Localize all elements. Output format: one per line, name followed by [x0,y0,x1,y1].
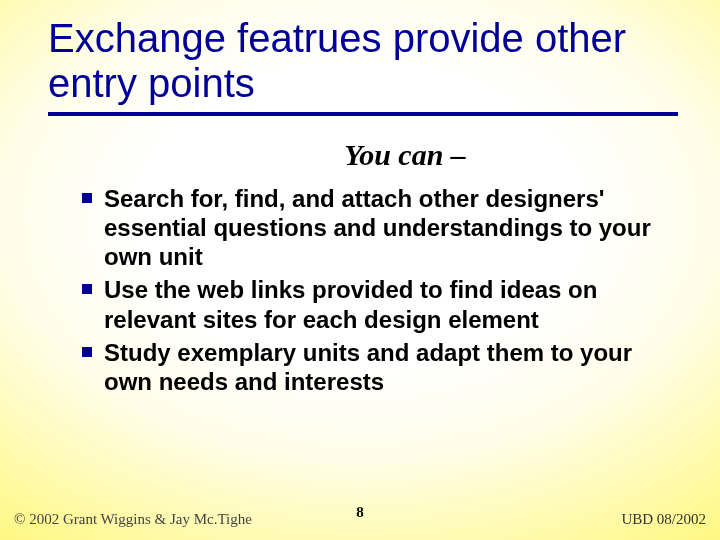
list-item: Search for, find, and attach other desig… [82,184,668,272]
footer-tag: UBD 08/2002 [621,511,706,528]
list-item: Study exemplary units and adapt them to … [82,338,668,397]
bullet-list: Search for, find, and attach other desig… [48,184,672,397]
slide: Exchange featrues provide other entry po… [0,0,720,540]
list-item: Use the web links provided to find ideas… [82,275,668,334]
footer: © 2002 Grant Wiggins & Jay Mc.Tighe 8 UB… [0,504,720,528]
slide-subtitle: You can – [48,138,672,172]
page-number: 8 [0,504,720,521]
slide-title: Exchange featrues provide other entry po… [48,16,678,116]
